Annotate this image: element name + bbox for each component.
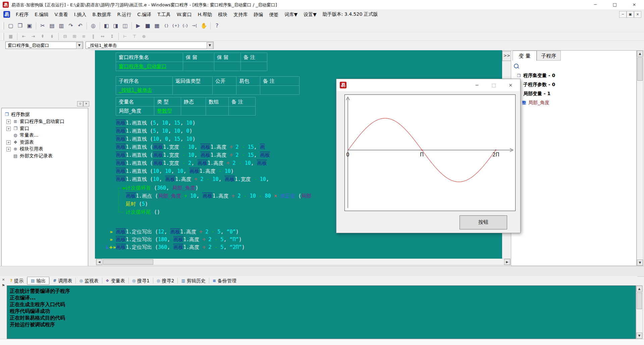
scroll-thumb[interactable] (637, 57, 643, 81)
redo-icon[interactable]: ↷ (66, 21, 75, 30)
mdi-minimize-icon[interactable]: ─ (619, 11, 627, 18)
layout-grid-icon[interactable]: ◫ (120, 21, 130, 30)
code-line-15[interactable]: 画板1.定位写出 (360, 画板1.高度 ÷ 2 - 5, “2Π”) (116, 244, 245, 251)
tab-variables[interactable]: 变 量 (513, 51, 537, 61)
menu-item-W.窗口[interactable]: W.窗口 (174, 9, 195, 19)
find-icon[interactable]: ◎ (89, 21, 98, 30)
variables-group-3[interactable]: ≣局部变量 - 1 (516, 90, 550, 97)
layout-left-icon[interactable]: ◧ (102, 21, 111, 30)
maximize-icon[interactable]: □ (605, 0, 625, 9)
code-line-12[interactable]: 计次循环尾 () (126, 209, 160, 215)
code-line-3[interactable]: 画板1.画直线 (10, 0, 15, 10) (116, 136, 196, 142)
minimize-icon[interactable]: ─ (469, 79, 485, 91)
save-icon[interactable]: ▣ (25, 21, 34, 30)
pause-icon[interactable]: ✋ (199, 21, 209, 30)
expand-plus-icon[interactable]: + (6, 120, 11, 124)
output-tab-备份管理[interactable]: ≡备份管理 (209, 277, 240, 284)
program-set-select[interactable]: 窗口程序集_启动窗口 ▼ (5, 42, 83, 49)
maximize-icon[interactable]: □ (485, 79, 502, 91)
menu-item-T.工具[interactable]: T.工具 (154, 9, 173, 19)
code-line-7[interactable]: 画板1.画直线 (10, 10, 10, 画板1.高度 - 10) (116, 168, 234, 175)
table-cell[interactable]: 窗口程序集_启动窗口 (116, 62, 183, 71)
form-designer-icon[interactable]: ▦ (6, 33, 15, 40)
tree-item-3[interactable]: ◍常量表... (6, 132, 38, 138)
scroll-up-icon[interactable]: ▲ (636, 286, 642, 292)
toolbar-grip[interactable] (2, 33, 4, 40)
run-icon[interactable]: ▶ (133, 21, 143, 30)
open-file-icon[interactable]: ❒ (15, 21, 25, 30)
close-panel-icon[interactable]: × (1, 277, 6, 282)
scroll-down-icon[interactable]: ▼ (636, 333, 642, 339)
expand-plus-icon[interactable]: + (6, 147, 11, 151)
helper-ant-icon[interactable]: ? (212, 21, 222, 30)
expand-panel-button[interactable]: >> (502, 51, 512, 61)
menu-item-设置▼[interactable]: 设置▼ (301, 9, 320, 19)
cut-icon[interactable]: ✂ (38, 21, 47, 30)
output-tab-剪辑历史[interactable]: ▥剪辑历史 (178, 277, 209, 284)
tree-item-2[interactable]: +❐窗口 (6, 125, 29, 132)
same-height-icon[interactable]: ↕ (107, 33, 117, 40)
center-vertical-icon[interactable]: ⊞ (70, 33, 79, 40)
scroll-down-icon[interactable]: ▼ (637, 260, 643, 266)
menu-item-支持库[interactable]: 支持库 (230, 9, 251, 19)
panel-dock-icon[interactable]: ▫ (77, 101, 83, 107)
space-equal-h-icon[interactable]: ≡ (79, 33, 89, 40)
subroutine-select[interactable]: _按钮1_被单击 ▼ (86, 42, 214, 49)
scroll-right-icon[interactable]: ▶ (504, 259, 510, 265)
align-right-icon[interactable]: ⇥ (29, 33, 38, 40)
toolbar-grip[interactable] (2, 22, 4, 29)
code-line-4[interactable]: 画板1.画直线 (画板1.宽度 - 10, 画板1.高度 ÷ 2 - 15, 画 (116, 144, 265, 150)
code-line-9[interactable]: 计次循环首 (360, 局部_角度) (126, 185, 198, 191)
tree-item-4[interactable]: +❖资源表 (6, 139, 34, 145)
menu-item-C.编译[interactable]: C.编译 (134, 9, 154, 19)
menu-item-静编[interactable]: 静编 (251, 9, 266, 19)
tree-item-5[interactable]: +⊕模块引用表 (6, 145, 43, 152)
close-icon[interactable]: × (502, 79, 519, 91)
stretch-width-icon[interactable]: ⊢ (120, 33, 130, 40)
center-horizontal-icon[interactable]: ⊟ (60, 33, 70, 40)
chevron-down-icon[interactable]: ▼ (207, 42, 213, 49)
editor-h-scrollbar[interactable]: ◀ ▶ (96, 259, 511, 265)
new-file-icon[interactable]: ▢ (6, 21, 15, 30)
variables-group-2[interactable]: ≣子程序参数 - 0 (516, 81, 555, 88)
scroll-left-icon[interactable]: ◀ (96, 259, 102, 265)
stop-icon[interactable]: ■ (143, 21, 152, 30)
code-line-5[interactable]: 画板1.画直线 (画板1.宽度 - 10, 画板1.高度 ÷ 2 - 15, 画… (116, 152, 270, 158)
code-line-11[interactable]: 延时 (5) (126, 201, 148, 207)
code-line-1[interactable]: 画板1.画直线 (5, 10, 15, 10) (116, 120, 196, 126)
same-width-icon[interactable]: ↔ (98, 33, 107, 40)
menu-item-便签[interactable]: 便签 (266, 9, 281, 19)
layout-top-icon[interactable]: ◨ (111, 21, 120, 30)
paste-icon[interactable]: ▥ (57, 21, 66, 30)
output-tab-变量表[interactable]: ❖变量表 (102, 277, 128, 284)
step-into-icon[interactable]: {+} (171, 21, 180, 30)
menu-item-B.数据库[interactable]: B.数据库 (89, 9, 114, 19)
program-button[interactable]: 按钮 (460, 215, 507, 229)
menu-item-H.帮助[interactable]: H.帮助 (195, 9, 215, 19)
scroll-up-icon[interactable]: ▲ (637, 51, 643, 57)
panel-close-icon[interactable]: × (83, 101, 89, 107)
output-tab-搜寻2[interactable]: ◎搜寻2 (153, 277, 177, 284)
step-out-icon[interactable]: {-} (180, 21, 190, 30)
tree-root-program-data[interactable]: ❐程序数据 (4, 111, 30, 118)
mdi-close-icon[interactable]: × (634, 11, 641, 18)
menu-item-I.插入[interactable]: I.插入 (71, 9, 90, 19)
code-line-13[interactable]: 画板1.定位写出 (12, 画板1.高度 ÷ 2 - 5, “0”) (116, 229, 239, 235)
menu-item-V.查看[interactable]: V.查看 (52, 9, 71, 19)
code-line-6[interactable]: 画板1.画直线 (画板1.宽度 - 2, 画板1.高度 ÷ 2 - 10, 画板 (116, 160, 267, 166)
output-scrollbar[interactable]: ▲ ▼ (636, 285, 643, 339)
table-cell[interactable]: 整数型 (154, 107, 181, 116)
step-over-icon[interactable]: {} (162, 21, 171, 30)
menu-item-E.编辑[interactable]: E.编辑 (32, 9, 51, 19)
debug-restart-icon[interactable]: ▦ (152, 21, 162, 30)
align-bottom-icon[interactable]: ⇟ (47, 33, 57, 40)
output-tab-输出[interactable]: ▤输出 (27, 277, 49, 285)
code-line-14[interactable]: 画板1.定位写出 (180, 画板1.高度 ÷ 2 - 5, “Π”) (116, 236, 242, 243)
scroll-thumb[interactable] (637, 292, 642, 309)
code-line-8[interactable]: 画板1.画直线 (10, 画板1.高度 ÷ 2 - 10, 画板1.宽度 - 1… (116, 176, 269, 183)
menu-item-模块[interactable]: 模块 (215, 9, 230, 19)
output-tab-监视表[interactable]: ◎监视表 (76, 277, 102, 284)
tree-item-1[interactable]: +≣窗口程序集_启动窗口 (6, 118, 64, 125)
menu-item-F.程序[interactable]: F.程序 (13, 9, 32, 19)
stretch-both-icon[interactable]: ⊕ (139, 33, 149, 40)
